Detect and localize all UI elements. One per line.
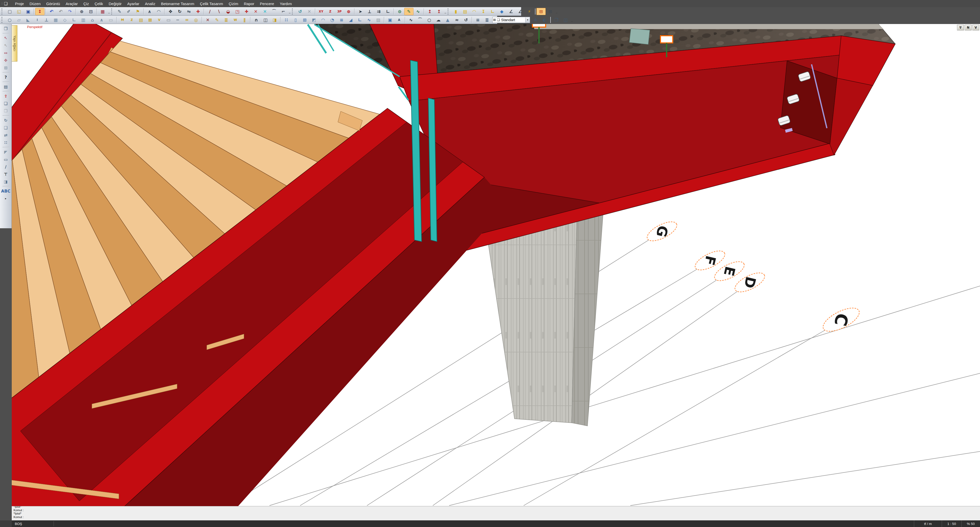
truck-tool-button[interactable]: ▭ <box>106 16 115 24</box>
n-button[interactable]: N <box>965 25 972 30</box>
purlin-tool-button[interactable]: ∧ <box>97 16 106 24</box>
select-table-button[interactable]: ⊞ <box>2 64 10 72</box>
anchor-tool-button[interactable]: ↧ <box>479 8 488 15</box>
select-disabled-button[interactable]: ↖ <box>2 42 10 49</box>
text-tool-button[interactable]: A <box>395 16 404 24</box>
mirror-tool-button[interactable]: ⇋ <box>184 8 193 15</box>
roof-3d-button[interactable]: ◩ <box>309 16 318 24</box>
structure-tree-tab[interactable]: Yapı Ağacı <box>12 25 18 62</box>
ucs-rotate-button[interactable]: ↺ <box>296 8 305 15</box>
gap-dash-button[interactable]: ─ <box>173 16 182 24</box>
menu-item-proje[interactable]: Proje <box>12 0 27 7</box>
app-icon[interactable]: ❏ <box>3 1 9 6</box>
spline-tool-button[interactable]: ∿ <box>406 16 415 24</box>
beam-lines-button[interactable]: ≣ <box>221 16 231 24</box>
layer-style-combobox[interactable]: ⊠❏Standart▾ <box>492 17 530 23</box>
brace-x-button[interactable]: ⊠ <box>145 16 155 24</box>
l-wall-tool-button[interactable]: ∟ <box>69 16 79 24</box>
solids-3d-button[interactable]: ◨ <box>2 178 10 185</box>
arch-tool-button[interactable]: ∩ <box>251 16 261 24</box>
axis-xy-button[interactable]: XY <box>317 8 326 15</box>
fillet-round-button[interactable]: ⌒ <box>269 8 279 15</box>
match-properties-button[interactable]: ✎ <box>115 8 124 15</box>
angle-profile-tool-button[interactable]: ∟ <box>488 8 497 15</box>
image-tool-button[interactable]: ▣ <box>385 16 395 24</box>
menu-item-yardım[interactable]: Yardım <box>277 0 294 7</box>
menu-item-ayarlar[interactable]: Ayarlar <box>124 0 142 7</box>
tag-flag-button[interactable]: ⚑ <box>133 8 142 15</box>
ramp-tool-button[interactable]: ◣ <box>24 16 33 24</box>
menu-item-görüntü[interactable]: Görüntü <box>43 0 63 7</box>
hatch-area-button[interactable]: ▨ <box>374 16 383 24</box>
command-line-panel[interactable]: *İptal*Komut :*İptal*Komut : <box>12 506 980 521</box>
move-tool-button[interactable]: ✥ <box>166 8 175 15</box>
zoom-extents-button[interactable]: ⊕ <box>77 8 86 15</box>
paste-object-button[interactable]: ❒ <box>2 107 10 115</box>
toolbar-collapse-button[interactable]: – <box>570 17 574 23</box>
menu-item-pencere[interactable]: Pencere <box>257 0 277 7</box>
filter-button[interactable]: ∇ <box>957 25 964 30</box>
break-line-button[interactable]: ∕ <box>2 163 10 170</box>
chart-tool-button[interactable]: ∿ <box>364 16 374 24</box>
curtain-wall-button[interactable]: ∥ <box>240 16 249 24</box>
perpendicular-tool-button[interactable]: ⟂ <box>365 8 374 15</box>
weld-x-button[interactable]: ✕ <box>203 16 212 24</box>
menu-item-çelik[interactable]: Çelik <box>92 0 106 7</box>
protractor-p-button[interactable]: ∠ <box>506 8 515 15</box>
measure-tool-button[interactable]: ▭ <box>2 156 10 163</box>
rotate-plus-button[interactable]: ↺ <box>461 16 471 24</box>
save-file-button[interactable]: ▣ <box>24 8 33 15</box>
select-add-button[interactable]: ✥ <box>2 57 10 64</box>
zoom-window-button[interactable]: ⊡ <box>86 8 95 15</box>
menu-item-çelik-tasarım[interactable]: Çelik Tasarım <box>197 0 226 7</box>
offset-parallel-button[interactable]: ⇉ <box>374 8 383 15</box>
toolbar-grip[interactable] <box>448 8 450 14</box>
menu-item-rapor[interactable]: Rapor <box>241 0 257 7</box>
axis-origin-button[interactable]: ⊕ <box>344 8 353 15</box>
protractor-2-button[interactable]: ∠ <box>515 8 525 15</box>
slab-gray-button[interactable]: ▭ <box>164 16 173 24</box>
level-marker-button[interactable]: ≐ <box>531 16 540 24</box>
building-tool-button[interactable]: ⌂ <box>88 16 97 24</box>
toolbar-collapse-button[interactable]: – <box>288 9 291 14</box>
profile-z-button[interactable]: Z <box>127 16 136 24</box>
weld-pen-button[interactable]: ✎ <box>212 16 221 24</box>
copy-object-button[interactable]: ❏ <box>2 100 10 107</box>
t-connect-button[interactable]: ⊤ <box>2 170 10 178</box>
support-tool-button[interactable]: ⊥ <box>42 16 51 24</box>
menu-item-çiz[interactable]: Çiz <box>81 0 92 7</box>
truss-w-button[interactable]: W <box>231 16 240 24</box>
shade-tool-button[interactable]: ◐ <box>540 16 549 24</box>
frame-x-button[interactable]: ◫ <box>261 16 270 24</box>
corner-l-button[interactable]: ∟ <box>383 8 393 15</box>
toolbar-collapse-button[interactable]: – <box>107 9 111 14</box>
select-objects-button[interactable]: ↖ <box>2 35 10 42</box>
l-profile-blue-button[interactable]: ∟ <box>355 16 364 24</box>
layer-stack-2-button[interactable]: ≣ <box>482 16 492 24</box>
left-toolbar-expander[interactable]: ▸ <box>2 196 10 201</box>
bolt-flash-tool-button[interactable]: ⚡ <box>525 8 534 15</box>
fillet-corner-button[interactable]: ⌐ <box>279 8 288 15</box>
status-item-1[interactable]: 1 : 50 <box>942 521 961 527</box>
cloud-tool-button[interactable]: ☁ <box>434 16 443 24</box>
chevron-down-icon[interactable]: ▾ <box>525 18 530 22</box>
undo-disabled-button[interactable]: ↶ <box>56 8 65 15</box>
toolbar-grip[interactable] <box>111 8 114 14</box>
weld-dome-button[interactable]: ◒ <box>224 8 233 15</box>
layer-stack-button[interactable]: ≡ <box>473 16 482 24</box>
node-point-button[interactable]: ○ <box>5 16 14 24</box>
menu-item-analiz[interactable]: Analiz <box>142 0 158 7</box>
toolbar-grip[interactable] <box>292 8 294 14</box>
status-item-0[interactable]: tf / m <box>914 521 942 527</box>
ramp-blue-button[interactable]: ◢ <box>346 16 355 24</box>
rotate-copy-button[interactable]: ↻ <box>2 117 10 124</box>
colonnade-tool-button[interactable]: ▥ <box>79 16 88 24</box>
toolbar-grip[interactable] <box>2 17 4 23</box>
corner-box-button[interactable]: ◳ <box>233 8 242 15</box>
menu-item-değiştir[interactable]: Değiştir <box>106 0 124 7</box>
lock-pen-button[interactable]: ✎ <box>404 8 414 15</box>
render-settings-button[interactable]: ▦ <box>98 8 107 15</box>
info-note-button[interactable]: ▤ <box>2 83 10 91</box>
window-grid-button[interactable]: ◫ <box>561 16 570 24</box>
snap-cross-button[interactable]: ✕ <box>260 8 269 15</box>
